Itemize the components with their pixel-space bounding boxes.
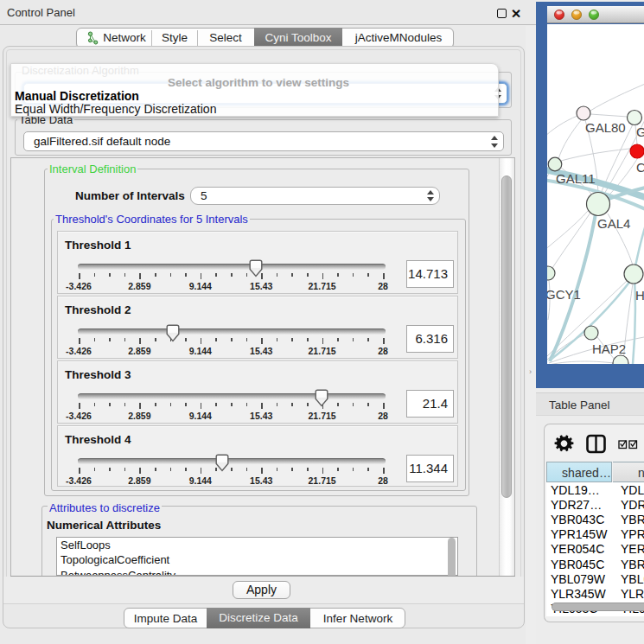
svg-text:H: H	[635, 288, 644, 303]
svg-text:G: G	[636, 124, 644, 139]
svg-text:GAL80: GAL80	[585, 120, 626, 135]
svg-text:C: C	[636, 160, 644, 175]
svg-text:GAL11: GAL11	[556, 171, 596, 186]
svg-text:GCY1: GCY1	[547, 287, 581, 302]
svg-text:GAL4: GAL4	[597, 216, 630, 231]
svg-text:HAP2: HAP2	[592, 341, 626, 356]
